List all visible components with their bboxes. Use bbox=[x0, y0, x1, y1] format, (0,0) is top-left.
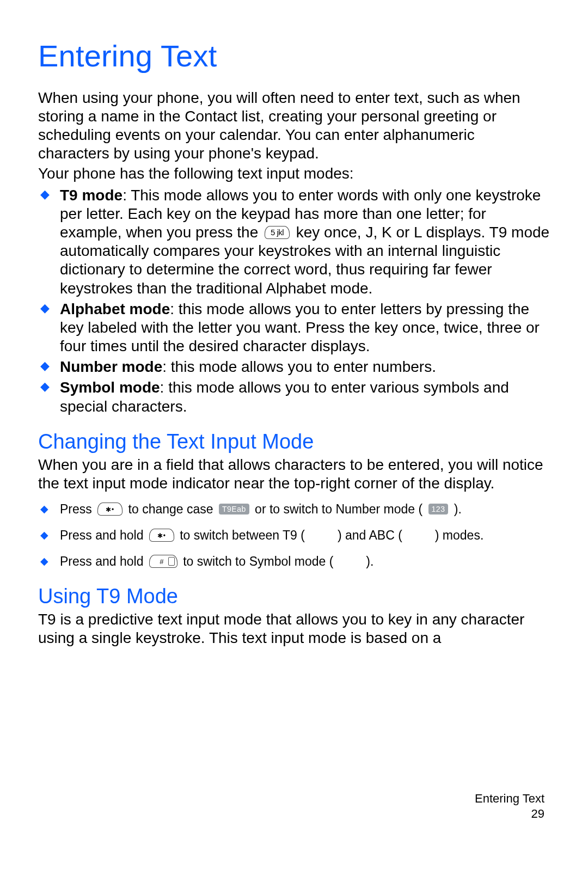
step-text: Press bbox=[60, 502, 95, 516]
section-heading-using-t9: Using T9 Mode bbox=[38, 585, 550, 608]
step-text: to switch between T9 ( bbox=[176, 528, 305, 542]
mode-label-symbol: Symbol mode bbox=[60, 379, 160, 396]
page-title: Entering Text bbox=[38, 38, 550, 74]
key-star-icon bbox=[149, 529, 174, 542]
mode-text-number: : this mode allows you to enter numbers. bbox=[162, 358, 436, 375]
section-heading-change-mode: Changing the Text Input Mode bbox=[38, 430, 550, 454]
key-5-icon bbox=[265, 226, 290, 239]
list-item: T9 mode: This mode allows you to enter w… bbox=[38, 186, 550, 298]
list-item: Symbol mode: this mode allows you to ent… bbox=[38, 378, 550, 415]
footer-page-number: 29 bbox=[475, 806, 544, 822]
step-text: to switch to Symbol mode ( bbox=[180, 554, 334, 568]
t9-intro: T9 is a predictive text input mode that … bbox=[38, 610, 550, 647]
step-text: ) and ABC ( bbox=[338, 528, 402, 542]
mode-label-number: Number mode bbox=[60, 358, 162, 375]
list-item: Press and hold to switch to Symbol mode … bbox=[38, 553, 550, 570]
list-item: Press to change case T9Eab or to switch … bbox=[38, 500, 550, 518]
list-item: Number mode: this mode allows you to ent… bbox=[38, 358, 550, 376]
mode-label-alphabet: Alphabet mode bbox=[60, 301, 170, 317]
intro-paragraph-2: Your phone has the following text input … bbox=[38, 164, 550, 183]
step-text: ). bbox=[366, 554, 373, 568]
list-item: Alphabet mode: this mode allows you to e… bbox=[38, 300, 550, 356]
step-text: or to switch to Number mode ( bbox=[252, 502, 426, 516]
key-hash-icon bbox=[149, 555, 177, 568]
intro-paragraph-1: When using your phone, you will often ne… bbox=[38, 89, 550, 163]
step-text: Press and hold bbox=[60, 554, 147, 568]
page-footer: Entering Text 29 bbox=[475, 791, 544, 822]
modes-list: T9 mode: This mode allows you to enter w… bbox=[38, 186, 550, 416]
change-mode-steps: Press to change case T9Eab or to switch … bbox=[38, 500, 550, 571]
step-text: to change case bbox=[125, 502, 217, 516]
footer-title: Entering Text bbox=[475, 791, 544, 807]
badge-123-icon: 123 bbox=[428, 504, 449, 514]
change-mode-intro: When you are in a field that allows char… bbox=[38, 456, 550, 493]
list-item: Press and hold to switch between T9 () a… bbox=[38, 526, 550, 544]
badge-case-icon: T9Eab bbox=[219, 504, 249, 514]
step-text: ) modes. bbox=[435, 528, 483, 542]
step-text: ). bbox=[450, 502, 461, 516]
step-text: Press and hold bbox=[60, 528, 147, 542]
key-star-icon bbox=[97, 503, 122, 516]
mode-label-t9: T9 mode bbox=[60, 187, 122, 204]
